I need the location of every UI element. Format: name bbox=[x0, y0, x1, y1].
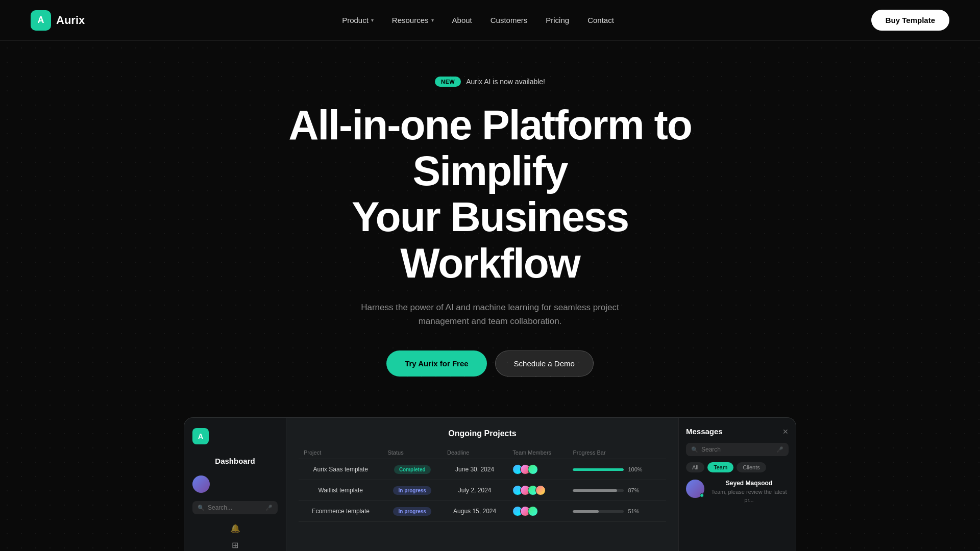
nav-link-pricing[interactable]: Pricing bbox=[546, 16, 569, 24]
messages-search-input[interactable] bbox=[701, 446, 773, 453]
logo-text: Aurix bbox=[56, 14, 85, 27]
project-deadline: July 2, 2024 bbox=[442, 480, 507, 501]
announcement-text: Aurix AI is now available! bbox=[466, 78, 545, 86]
table-row: Ecommerce template In progress Augus 15,… bbox=[299, 501, 666, 522]
status-badge: In progress bbox=[393, 486, 431, 495]
table-row: Waitlist template In progress July 2, 20… bbox=[299, 480, 666, 501]
status-badge: In progress bbox=[393, 507, 431, 516]
try-free-button[interactable]: Try Aurix for Free bbox=[386, 350, 486, 377]
project-status: In progress bbox=[382, 480, 442, 501]
messages-header: Messages ✕ bbox=[686, 427, 789, 436]
team-avatar bbox=[535, 485, 546, 495]
nav-item-product[interactable]: Product ▾ bbox=[342, 16, 374, 24]
contact-avatar bbox=[686, 480, 704, 498]
col-team: Team Members bbox=[507, 446, 568, 459]
dashboard-title: Dashboard bbox=[192, 457, 278, 465]
buy-template-button[interactable]: Buy Template bbox=[871, 10, 949, 31]
dashboard-card: A Dashboard 🔍 🎤 🔔 ⊞ Recent Activities Pr… bbox=[184, 417, 796, 551]
col-project: Project bbox=[299, 446, 382, 459]
project-deadline: June 30, 2024 bbox=[442, 459, 507, 480]
mic-icon: 🎤 bbox=[776, 446, 783, 453]
project-name: Waitlist template bbox=[299, 480, 382, 501]
nav-item-resources[interactable]: Resources ▾ bbox=[392, 16, 434, 24]
team-avatar bbox=[528, 506, 538, 516]
navbar: A Aurix Product ▾ Resources ▾ About Cust… bbox=[0, 0, 980, 41]
search-icon: 🔍 bbox=[691, 446, 698, 453]
hero-subtitle: Harness the power of AI and machine lear… bbox=[355, 300, 625, 328]
progress-track bbox=[573, 489, 624, 492]
announcement-banner: NEW Aurix AI is now available! bbox=[435, 77, 545, 87]
logo-icon: A bbox=[31, 10, 51, 31]
hero-content: NEW Aurix AI is now available! All-in-on… bbox=[0, 41, 980, 551]
messages-tabs: All Team Clients bbox=[686, 462, 789, 472]
progress-percentage: 100% bbox=[628, 466, 642, 472]
messages-search[interactable]: 🔍 🎤 bbox=[686, 443, 789, 456]
col-progress: Progress Bar bbox=[568, 446, 666, 459]
grid-icon[interactable]: ⊞ bbox=[192, 540, 278, 550]
nav-links: Product ▾ Resources ▾ About Customers Pr… bbox=[342, 16, 614, 24]
dashboard-logo-icon: A bbox=[192, 428, 209, 444]
tab-clients[interactable]: Clients bbox=[737, 462, 766, 472]
nav-link-about[interactable]: About bbox=[452, 16, 472, 24]
team-avatar bbox=[528, 464, 538, 474]
ongoing-projects-title: Ongoing Projects bbox=[299, 429, 666, 438]
team-avatars bbox=[512, 464, 562, 474]
search-input[interactable] bbox=[208, 504, 262, 511]
nav-link-product[interactable]: Product ▾ bbox=[342, 16, 374, 24]
team-avatars bbox=[512, 485, 562, 495]
project-name: Aurix Saas template bbox=[299, 459, 382, 480]
project-progress: 100% bbox=[568, 459, 666, 480]
nav-link-resources[interactable]: Resources ▾ bbox=[392, 16, 434, 24]
progress-bar-container: 87% bbox=[573, 487, 661, 493]
progress-percentage: 51% bbox=[628, 508, 639, 514]
project-team bbox=[507, 501, 568, 522]
col-deadline: Deadline bbox=[442, 446, 507, 459]
team-avatars bbox=[512, 506, 562, 516]
tab-all[interactable]: All bbox=[686, 462, 704, 472]
close-icon[interactable]: ✕ bbox=[782, 428, 789, 436]
dashboard-main: Ongoing Projects Project Status Deadline… bbox=[286, 418, 678, 551]
logo[interactable]: A Aurix bbox=[31, 10, 85, 31]
progress-bar-container: 100% bbox=[573, 466, 661, 472]
messages-title: Messages bbox=[686, 427, 723, 436]
progress-fill bbox=[573, 489, 617, 492]
dashboard-mockup: A Dashboard 🔍 🎤 🔔 ⊞ Recent Activities Pr… bbox=[184, 417, 796, 551]
project-progress: 51% bbox=[568, 501, 666, 522]
project-status: Completed bbox=[382, 459, 442, 480]
col-status: Status bbox=[382, 446, 442, 459]
online-indicator bbox=[700, 493, 704, 497]
chevron-down-icon: ▾ bbox=[431, 17, 434, 23]
bell-icon[interactable]: 🔔 bbox=[192, 523, 278, 533]
contact-name: Seyed Maqsood bbox=[709, 480, 789, 487]
dashboard-search[interactable]: 🔍 🎤 bbox=[192, 501, 278, 514]
progress-percentage: 87% bbox=[628, 487, 639, 493]
dashboard-sidebar: A Dashboard 🔍 🎤 🔔 ⊞ Recent Activities Pr… bbox=[184, 418, 286, 551]
progress-track bbox=[573, 468, 624, 471]
hero-section: NEW Aurix AI is now available! All-in-on… bbox=[0, 41, 980, 551]
message-preview: Team, please review the latest pr... bbox=[709, 488, 789, 504]
nav-item-customers[interactable]: Customers bbox=[491, 16, 528, 24]
hero-title: All-in-one Platform to Simplify Your Bus… bbox=[260, 102, 720, 286]
new-badge: NEW bbox=[435, 77, 461, 87]
message-item[interactable]: Seyed Maqsood Team, please review the la… bbox=[686, 480, 789, 504]
project-progress: 87% bbox=[568, 480, 666, 501]
tab-team[interactable]: Team bbox=[707, 462, 733, 472]
projects-table: Project Status Deadline Team Members Pro… bbox=[299, 446, 666, 522]
search-icon: 🔍 bbox=[198, 505, 205, 511]
project-team bbox=[507, 459, 568, 480]
user-avatar bbox=[192, 475, 210, 493]
nav-item-pricing[interactable]: Pricing bbox=[546, 16, 569, 24]
nav-link-contact[interactable]: Contact bbox=[587, 16, 614, 24]
message-content: Seyed Maqsood Team, please review the la… bbox=[709, 480, 789, 504]
progress-fill bbox=[573, 510, 599, 513]
schedule-demo-button[interactable]: Schedule a Demo bbox=[495, 350, 594, 377]
nav-item-about[interactable]: About bbox=[452, 16, 472, 24]
progress-track bbox=[573, 510, 624, 513]
messages-panel: Messages ✕ 🔍 🎤 All Team Clients bbox=[678, 418, 796, 551]
mic-icon: 🎤 bbox=[265, 505, 273, 511]
nav-item-contact[interactable]: Contact bbox=[587, 16, 614, 24]
nav-link-customers[interactable]: Customers bbox=[491, 16, 528, 24]
project-status: In progress bbox=[382, 501, 442, 522]
project-name: Ecommerce template bbox=[299, 501, 382, 522]
table-row: Aurix Saas template Completed June 30, 2… bbox=[299, 459, 666, 480]
